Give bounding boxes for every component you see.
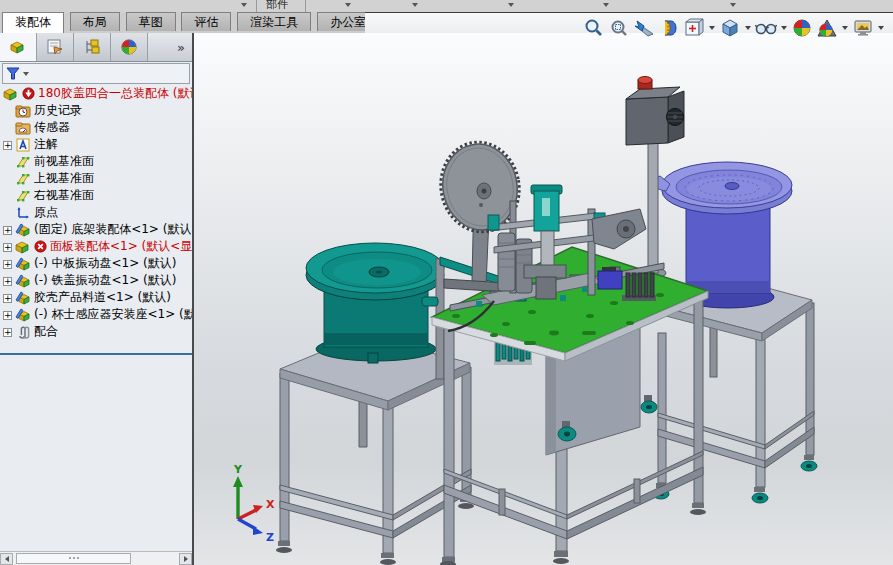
scroll-left-button[interactable] [0, 553, 13, 565]
error-badge-icon [34, 240, 47, 253]
vent-fan-icon [667, 109, 684, 126]
dropdown-caret-icon [412, 3, 418, 7]
sensors-icon [15, 121, 31, 135]
dropdown-caret-icon[interactable] [842, 26, 848, 30]
heads-up-toolbar [583, 15, 885, 41]
tab-layout[interactable]: 布局 [70, 12, 120, 31]
apply-scene-icon[interactable] [816, 17, 838, 39]
triad-z-label: Z [266, 531, 274, 544]
dropdown-caret-icon [23, 72, 29, 76]
displaymanager-tab[interactable] [111, 33, 148, 61]
dropdown-caret-icon [345, 3, 351, 7]
top-toolbar-strip: 部件 [0, 0, 893, 12]
panel-tab-bar: » [0, 33, 192, 62]
tree-item-shell-chute[interactable]: + 胶壳产品料道<1> (默认) [0, 289, 192, 306]
configurationmanager-tab[interactable] [74, 33, 111, 61]
origin-icon [15, 206, 31, 220]
view-settings-icon[interactable] [852, 17, 874, 39]
panel-horizontal-scrollbar [0, 551, 192, 565]
tree-item-iron-cap-bowl[interactable]: + (-) 铁盖振动盘<1> (默认) [0, 272, 192, 289]
expand-toggle[interactable]: + [3, 328, 12, 337]
tree-item-mates[interactable]: + 配合 [0, 323, 192, 340]
tree-splitter[interactable] [0, 353, 192, 355]
expand-toggle[interactable]: + [3, 277, 12, 286]
component-icon [15, 223, 31, 237]
feature-tree: 180胶盖四合一总装配体 (默认 历史记录 传感器 + 注解 前视基准面 [0, 85, 192, 551]
tab-assembly[interactable]: 装配体 [2, 12, 64, 33]
mates-icon [15, 325, 31, 339]
component-icon [15, 257, 31, 271]
assembly-icon [3, 87, 19, 101]
section-view-icon[interactable] [658, 17, 680, 39]
display-style-icon[interactable] [719, 17, 741, 39]
scroll-thumb[interactable] [16, 553, 131, 564]
previous-view-icon[interactable] [633, 17, 655, 39]
tree-item-panel-assembly[interactable]: + 面板装配体<1> (默认<显 [0, 238, 192, 255]
zoom-fit-icon[interactable] [583, 17, 605, 39]
tab-render-tools[interactable]: 渲染工具 [237, 12, 311, 31]
tree-item-base-frame-assembly[interactable]: + (固定) 底架装配体<1> (默认 [0, 221, 192, 238]
tree-item-top-plane[interactable]: 上视基准面 [0, 170, 192, 187]
expand-toggle[interactable]: + [3, 226, 12, 235]
edit-appearance-icon[interactable] [791, 17, 813, 39]
component-icon [15, 308, 31, 322]
tab-sketch[interactable]: 草图 [126, 12, 176, 31]
expand-toggle[interactable]: + [3, 294, 12, 303]
feature-manager-panel: » 180胶盖四合一总装配体 (默认 历史记录 传感器 + [0, 33, 194, 565]
tree-item-annotations[interactable]: + 注解 [0, 136, 192, 153]
view-orientation-icon[interactable] [683, 17, 705, 39]
annotations-icon [15, 138, 31, 152]
history-icon [15, 104, 31, 118]
orientation-triad: Y X Z [233, 463, 275, 544]
tree-item-root-assembly[interactable]: 180胶盖四合一总装配体 (默认 [0, 85, 192, 102]
expand-toggle[interactable]: + [3, 260, 12, 269]
component-icon [15, 291, 31, 305]
dropdown-caret-icon[interactable] [709, 26, 715, 30]
tree-filter-bar[interactable] [2, 63, 190, 84]
tree-item-history[interactable]: 历史记录 [0, 102, 192, 119]
tree-item-sensor-mount[interactable]: + (-) 杯士感应器安装座<1> (默 [0, 306, 192, 323]
tree-item-sensors[interactable]: 传感器 [0, 119, 192, 136]
tree-item-origin[interactable]: 原点 [0, 204, 192, 221]
toolbar-partial-label: 部件 [266, 0, 288, 12]
dropdown-caret-icon[interactable] [745, 26, 751, 30]
triad-y-label: Y [233, 463, 243, 476]
graphics-area[interactable]: Y X Z [194, 33, 893, 565]
plane-icon [15, 189, 31, 203]
hide-show-items-icon[interactable] [755, 17, 777, 39]
tree-item-middle-plate-bowl[interactable]: + (-) 中板振动盘<1> (默认) [0, 255, 192, 272]
filter-icon [6, 67, 20, 80]
component-icon [15, 274, 31, 288]
zoom-area-icon[interactable] [608, 17, 630, 39]
tab-evaluate[interactable]: 评估 [181, 12, 231, 31]
tree-item-front-plane[interactable]: 前视基准面 [0, 153, 192, 170]
plane-icon [15, 172, 31, 186]
expand-toggle[interactable]: + [3, 243, 12, 252]
featuremanager-tree-tab[interactable] [0, 33, 37, 61]
dropdown-caret-icon [730, 3, 736, 7]
tree-item-right-plane[interactable]: 右视基准面 [0, 187, 192, 204]
assembly-icon [15, 240, 31, 254]
expand-toggle[interactable]: + [3, 141, 12, 150]
dropdown-caret-icon [603, 3, 609, 7]
dropdown-caret-icon[interactable] [781, 26, 787, 30]
main-machine-table[interactable] [432, 247, 708, 565]
propertymanager-tab[interactable] [37, 33, 74, 61]
triad-x-label: X [266, 498, 275, 511]
solidworks-window: 部件 装配体 布局 草图 评估 渲染工具 办公室产品 [0, 0, 893, 565]
expand-toggle[interactable]: + [3, 311, 12, 320]
panel-overflow-button[interactable]: » [170, 33, 192, 61]
dropdown-caret-icon [508, 3, 514, 7]
dropdown-caret-icon[interactable] [878, 26, 884, 30]
dropdown-caret-icon [241, 3, 247, 7]
plane-icon [15, 155, 31, 169]
scroll-right-button[interactable] [179, 553, 192, 565]
scroll-track[interactable] [13, 553, 179, 565]
rebuild-badge-icon [22, 87, 35, 100]
